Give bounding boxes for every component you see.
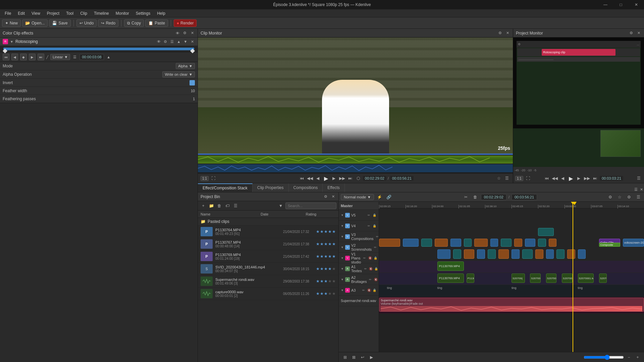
render-button[interactable]: ● Render bbox=[174, 19, 197, 27]
a1-clip-2[interactable]: P11307 bbox=[467, 274, 475, 283]
bin-filter-btn[interactable]: ▼ bbox=[277, 202, 284, 209]
tl-bottom-btn-4[interactable]: ▶ bbox=[368, 354, 375, 361]
project-monitor-settings-icon[interactable]: ⚙ bbox=[629, 31, 634, 36]
play-next-btn[interactable]: ⏭ bbox=[347, 175, 354, 181]
a1-s2070001-2[interactable]: S2070001.MP4 bbox=[578, 274, 594, 283]
v2-clip-2[interactable] bbox=[453, 249, 461, 259]
copy-button[interactable]: ⧉ Copy bbox=[124, 19, 144, 27]
tabs-menu-icon[interactable]: ☰ bbox=[633, 187, 639, 192]
bin-close-icon[interactable]: ✕ bbox=[330, 194, 336, 199]
proj-mon-inner-icon[interactable]: ⚙ bbox=[518, 43, 521, 46]
v3-clip-13[interactable] bbox=[549, 239, 557, 247]
a1-s20700-1[interactable]: S20700( bbox=[512, 274, 525, 283]
menu-clip[interactable]: Clip bbox=[77, 10, 91, 16]
bin-delete-btn[interactable]: 🗑 bbox=[216, 202, 223, 209]
v2-collapse[interactable]: ▼ bbox=[341, 246, 344, 249]
v2-clip-1[interactable] bbox=[437, 249, 451, 259]
settings-icon[interactable]: ⚙ bbox=[182, 31, 187, 36]
v3-collapse[interactable]: ▼ bbox=[341, 235, 344, 238]
a1-lock-btn[interactable]: 🔒 bbox=[374, 266, 379, 271]
zoom-level[interactable]: 1:1 bbox=[201, 176, 209, 181]
keyframe-add-btn[interactable]: ◆ bbox=[20, 54, 27, 60]
v3-clip-2[interactable] bbox=[403, 239, 419, 247]
bin-menu-btn[interactable]: ☰ bbox=[232, 202, 239, 209]
frame-fwd-btn[interactable]: ▶▶ bbox=[339, 175, 345, 181]
v3-vokoscreen[interactable]: vokoscreen-2020-05-1 bbox=[623, 239, 644, 247]
v3-clip-3[interactable] bbox=[421, 239, 432, 247]
effect-eye-icon[interactable]: 👁 bbox=[156, 39, 161, 44]
timeline-split-btn[interactable]: ⚡ bbox=[376, 193, 383, 201]
v2-clip-6[interactable] bbox=[498, 249, 509, 259]
frame-back-btn[interactable]: ◀◀ bbox=[307, 175, 313, 181]
redo-button[interactable]: ↪ Redo bbox=[98, 19, 118, 27]
bin-add-btn[interactable]: + bbox=[200, 202, 207, 209]
v3-clip-10[interactable] bbox=[514, 239, 522, 247]
a1-s20701[interactable]: S20701 bbox=[599, 274, 607, 283]
tl-zoom-in-btn2[interactable]: + bbox=[634, 354, 641, 361]
v3-clip-6[interactable] bbox=[464, 239, 472, 247]
keyframe-up2-icon[interactable]: ▲ bbox=[106, 54, 111, 60]
a3-lock-btn[interactable]: 🔒 bbox=[372, 288, 377, 293]
clip-monitor-more-btn[interactable]: ☰ bbox=[503, 175, 510, 181]
v2-edit-btn[interactable]: ✏ bbox=[373, 245, 378, 250]
keyframe-prev-btn[interactable]: ◀ bbox=[11, 54, 18, 60]
v3-clip-11[interactable] bbox=[525, 239, 536, 247]
timeline-delete-btn[interactable]: 🗑 bbox=[472, 193, 479, 201]
menu-settings[interactable]: Settings bbox=[132, 10, 154, 16]
proj-menu-btn[interactable]: ☰ bbox=[635, 175, 642, 181]
v3-clip-12[interactable] bbox=[538, 239, 546, 247]
bin-folder-pasted[interactable]: 📁 Pasted clips bbox=[198, 218, 338, 226]
tl-zoom-out-btn[interactable]: − bbox=[625, 354, 633, 361]
a3-mute-btn[interactable]: 🔇 bbox=[367, 288, 371, 293]
v2-clip-13[interactable] bbox=[578, 249, 586, 259]
effect-down-icon[interactable]: ▼ bbox=[183, 39, 188, 44]
v2-clip-9[interactable] bbox=[535, 249, 543, 259]
bin-folder-btn[interactable]: 📁 bbox=[208, 202, 215, 209]
a1-s2070001-1[interactable]: S2070001 bbox=[562, 274, 573, 283]
effect-more-icon[interactable]: ☰ bbox=[169, 39, 175, 44]
v1-lock-btn[interactable]: 🔒 bbox=[373, 256, 378, 260]
a1-s20700-2[interactable]: S20700 bbox=[530, 274, 541, 283]
proj-frame-fwd-btn[interactable]: ▶▶ bbox=[584, 175, 590, 181]
tl-bottom-btn-3[interactable]: ↩ bbox=[359, 354, 366, 361]
a2-mute-btn[interactable]: 🔇 bbox=[373, 277, 378, 282]
proj-play-btn[interactable]: ▶ bbox=[568, 175, 574, 181]
bin-search-input[interactable] bbox=[285, 202, 336, 209]
v2-clip-4[interactable] bbox=[477, 249, 485, 259]
v4-edit-btn[interactable]: ✏ bbox=[367, 224, 371, 228]
timeline-zoom-slider[interactable] bbox=[584, 355, 624, 360]
v5-edit-btn[interactable]: ✏ bbox=[367, 213, 371, 218]
open-button[interactable]: 📂 Open... bbox=[22, 19, 48, 27]
v3-clip-9[interactable] bbox=[501, 239, 512, 247]
v3-clip-7[interactable] bbox=[474, 239, 488, 247]
mode-dropdown[interactable]: Alpha ▼ bbox=[176, 63, 195, 69]
invert-checkbox[interactable] bbox=[190, 80, 195, 85]
bin-tag-btn[interactable]: 🏷 bbox=[224, 202, 231, 209]
minimize-button[interactable]: — bbox=[598, 0, 613, 9]
a1-mute-btn[interactable]: 🔇 bbox=[369, 266, 373, 271]
menu-view[interactable]: View bbox=[28, 10, 44, 16]
clip-monitor-settings-icon[interactable]: ⚙ bbox=[497, 31, 503, 36]
timeline-zoom-in-btn[interactable]: ⚙ bbox=[606, 193, 614, 201]
v3-clip-1[interactable] bbox=[379, 239, 400, 247]
v1-main-clip[interactable]: P1130769.MP4 bbox=[437, 261, 464, 271]
v2-clip-11[interactable] bbox=[556, 249, 565, 259]
tab-compositions[interactable]: Compositions bbox=[289, 183, 323, 192]
v2-clip-5[interactable] bbox=[488, 249, 496, 259]
timeline-mode-dropdown[interactable]: Normal mode ▼ bbox=[341, 194, 374, 200]
proj-play-fwd-btn[interactable]: ▶ bbox=[576, 175, 582, 181]
a2-collapse[interactable]: ▼ bbox=[341, 278, 344, 281]
menu-timeline[interactable]: Timeline bbox=[91, 10, 112, 16]
bin-item-1[interactable]: P P1130767.MP4 00:00:48:00 [14] 21/04/20… bbox=[198, 238, 338, 250]
v4-clip-1[interactable] bbox=[538, 228, 554, 236]
menu-tool[interactable]: Tool bbox=[63, 10, 77, 16]
close-button[interactable]: ✕ bbox=[629, 0, 644, 9]
v5-lock-btn[interactable]: 🔒 bbox=[372, 213, 377, 218]
timeline-snap-btn[interactable]: 🔗 bbox=[385, 193, 393, 201]
clip-monitor-star-btn[interactable]: ☆ bbox=[495, 175, 502, 181]
project-monitor-close-icon[interactable]: ✕ bbox=[636, 31, 641, 36]
v1-collapse[interactable]: ▼ bbox=[341, 256, 344, 260]
v3-clip-5[interactable] bbox=[450, 239, 461, 247]
v5-collapse[interactable]: ▼ bbox=[341, 214, 344, 217]
proj-play-next-btn[interactable]: ⏭ bbox=[592, 175, 598, 181]
